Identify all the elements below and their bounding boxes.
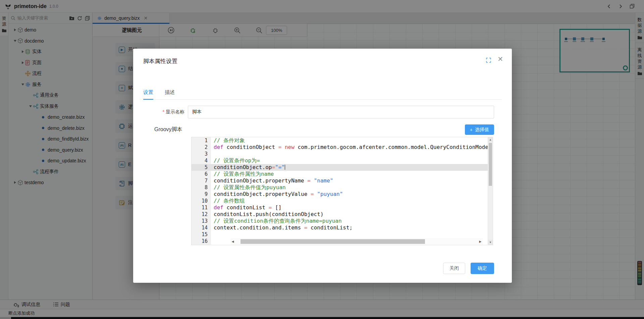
tab-settings[interactable]: 设置	[143, 89, 153, 100]
plus-icon: +	[470, 127, 473, 132]
dialog-footer: 关闭 确定	[443, 263, 494, 274]
code-line-6[interactable]: // 设置条件属性为name	[211, 171, 488, 177]
ide-screen: primeton-ide 1.0.0 资源 输入关键字搜索 demodocdem…	[0, 0, 644, 319]
code-line-7[interactable]: conditionObject.propertyName = "name"	[211, 177, 488, 184]
scroll-down-icon[interactable]: ▼	[488, 240, 493, 245]
close-icon[interactable]: ✕	[497, 56, 503, 62]
line-number[interactable]: 9	[192, 191, 211, 198]
code-line-10[interactable]: // 条件数组	[211, 198, 488, 204]
scroll-up-icon[interactable]: ▲	[488, 137, 493, 142]
display-name-label: *显示名称	[143, 109, 188, 115]
line-number[interactable]: 4	[192, 157, 211, 164]
code-line-2[interactable]: def conditionObject = new com.primeton.g…	[211, 144, 488, 151]
line-number[interactable]: 1	[192, 137, 211, 144]
line-number[interactable]: 11	[192, 204, 211, 211]
scroll-left-icon[interactable]: ◀	[230, 240, 235, 243]
code-line-1[interactable]: // 条件对象	[211, 137, 488, 144]
code-line-9[interactable]: conditionObject.propertyValue = "puyuan"	[211, 191, 488, 198]
dialog-title: 脚本属性设置	[143, 57, 177, 65]
groovy-row: Groovy脚本 + 选择值	[143, 124, 494, 135]
code-line-13[interactable]: // 设置condition条件的查询条件为name=puyuan	[211, 218, 488, 224]
text-cursor	[285, 165, 285, 170]
code-line-3[interactable]	[211, 151, 488, 157]
vscroll-thumb[interactable]	[489, 143, 492, 186]
horizontal-scrollbar[interactable]: ◀ ▶	[230, 238, 483, 245]
display-name-row: *显示名称 脚本	[143, 106, 494, 118]
code-line-14[interactable]: context.condition.and.items = conditonLi…	[211, 224, 488, 231]
ok-button[interactable]: 确定	[471, 263, 494, 274]
vertical-scrollbar[interactable]: ▲ ▼	[488, 137, 493, 245]
code-line-8[interactable]: // 设置属性条件值为puyuan	[211, 184, 488, 191]
scroll-right-icon[interactable]: ▶	[478, 240, 483, 243]
line-number[interactable]: 13	[192, 218, 211, 224]
required-asterisk: *	[163, 109, 164, 114]
line-number[interactable]: 8	[192, 184, 211, 191]
line-number[interactable]: 2	[192, 144, 211, 151]
select-value-button[interactable]: + 选择值	[465, 124, 494, 135]
line-number[interactable]: 3	[192, 151, 211, 157]
maximize-icon[interactable]	[486, 58, 491, 63]
line-number[interactable]: 10	[192, 198, 211, 204]
groovy-script-label: Groovy脚本	[154, 126, 182, 133]
line-number[interactable]: 15	[192, 231, 211, 238]
groovy-code-editor[interactable]: 12345678910111213141516 // 条件对象def condi…	[191, 137, 493, 245]
line-number[interactable]: 12	[192, 211, 211, 218]
hscroll-thumb[interactable]	[240, 239, 425, 244]
code-line-5[interactable]: conditionObject.op="="	[211, 164, 488, 171]
code-line-4[interactable]: // 设置条件op为=	[211, 157, 488, 164]
code-lines[interactable]: // 条件对象def conditionObject = new com.pri…	[211, 137, 488, 245]
line-number[interactable]: 14	[192, 224, 211, 231]
code-line-12[interactable]: conditonList.push(conditionObject)	[211, 211, 488, 218]
code-line-11[interactable]: def conditonList = []	[211, 204, 488, 211]
code-line-15[interactable]	[211, 231, 488, 238]
tab-description[interactable]: 描述	[165, 89, 175, 99]
line-number[interactable]: 6	[192, 171, 211, 177]
line-number-gutter: 12345678910111213141516	[192, 137, 211, 245]
line-number[interactable]: 7	[192, 177, 211, 184]
dialog-tabs: 设置 描述	[143, 89, 502, 100]
display-name-field[interactable]: 脚本	[188, 106, 494, 118]
line-number[interactable]: 5	[192, 164, 211, 171]
close-button[interactable]: 关闭	[443, 263, 465, 274]
script-properties-dialog: 脚本属性设置 ✕ 设置 描述 *显示名称 脚本 Groovy脚本 + 选择值 1…	[133, 49, 512, 283]
line-number[interactable]: 16	[192, 238, 211, 245]
